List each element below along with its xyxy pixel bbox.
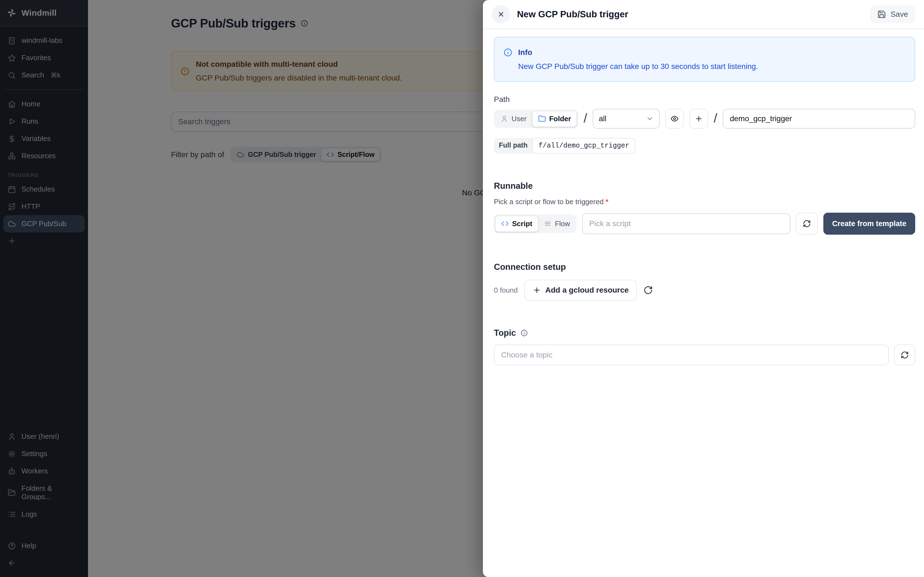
connection-heading-text: Connection setup (494, 262, 566, 272)
drawer-header: New GCP Pub/Sub trigger Save (483, 0, 924, 29)
owner-option-user-label: User (512, 114, 527, 123)
plus-icon (533, 286, 541, 294)
folder-select-value: all (599, 114, 606, 123)
info-icon (503, 48, 513, 57)
kind-option-script[interactable]: Script (495, 216, 538, 232)
topic-info-icon[interactable] (520, 329, 528, 337)
runnable-sublabel: Pick a script or flow to be triggered * (494, 198, 915, 206)
save-label: Save (890, 10, 908, 19)
eye-icon (670, 114, 679, 123)
path-row: User Folder / all (494, 109, 915, 129)
topic-heading: Topic (494, 328, 915, 338)
add-gcloud-resource-button[interactable]: Add a gcloud resource (524, 280, 637, 301)
path-label: Path (494, 95, 915, 104)
topic-row (494, 345, 915, 366)
path-separator: / (714, 111, 717, 126)
runnable-heading: Runnable (494, 181, 915, 191)
runnable-heading-text: Runnable (494, 181, 533, 191)
refresh-icon (901, 351, 909, 359)
pick-script-input[interactable] (582, 213, 790, 234)
kind-option-script-label: Script (512, 219, 532, 228)
add-gcloud-resource-label: Add a gcloud resource (545, 286, 628, 295)
refresh-topics-button[interactable] (894, 345, 915, 366)
owner-option-folder[interactable]: Folder (532, 111, 577, 127)
full-path-label: Full path (494, 138, 532, 153)
full-path-value: f/all/demo_gcp_trigger (532, 138, 635, 153)
app-window: Windmill windmill-labs Favorites Search (0, 0, 924, 577)
full-path-display: Full path f/all/demo_gcp_trigger (494, 138, 635, 153)
choose-topic-input[interactable] (494, 345, 889, 366)
drawer-title: New GCP Pub/Sub trigger (517, 9, 628, 19)
create-from-template-button[interactable]: Create from template (823, 213, 915, 235)
refresh-resources-button[interactable] (643, 285, 653, 295)
kind-option-flow[interactable]: Flow (538, 216, 575, 231)
drawer-body: Info New GCP Pub/Sub trigger can take up… (483, 29, 924, 366)
info-body: New GCP Pub/Sub trigger can take up to 3… (503, 62, 906, 71)
runnable-row: Script Flow Create from template (494, 213, 915, 235)
view-folder-button[interactable] (665, 109, 684, 129)
save-icon (877, 10, 886, 19)
info-banner-head: Info (503, 48, 906, 57)
refresh-icon (643, 285, 653, 295)
resources-found-count: 0 found (494, 286, 518, 295)
refresh-icon (803, 219, 811, 228)
save-button[interactable]: Save (870, 5, 915, 23)
add-folder-button[interactable] (690, 109, 708, 129)
bars-icon (544, 220, 552, 227)
refresh-scripts-button[interactable] (796, 213, 818, 235)
chevron-down-icon (646, 115, 654, 122)
new-trigger-drawer: New GCP Pub/Sub trigger Save Info New GC… (483, 0, 924, 577)
owner-toggle-group: User Folder (494, 110, 578, 128)
connection-heading: Connection setup (494, 262, 915, 272)
connection-row: 0 found Add a gcloud resource (494, 280, 915, 301)
trigger-name-input[interactable] (723, 109, 915, 129)
close-icon (497, 10, 505, 18)
owner-option-folder-label: Folder (549, 114, 571, 123)
topic-heading-text: Topic (494, 328, 516, 338)
required-mark: * (606, 198, 608, 206)
folder-icon (538, 115, 546, 122)
owner-option-user[interactable]: User (495, 111, 532, 126)
kind-toggle-group: Script Flow (494, 214, 577, 233)
runnable-sublabel-text: Pick a script or flow to be triggered (494, 198, 604, 206)
info-title: Info (518, 48, 532, 57)
info-banner: Info New GCP Pub/Sub trigger can take up… (494, 37, 915, 82)
folder-select[interactable]: all (593, 109, 660, 129)
plus-icon (695, 114, 703, 123)
user-icon (501, 115, 508, 122)
path-separator: / (583, 111, 587, 126)
close-drawer-button[interactable] (492, 5, 510, 24)
code-icon (501, 220, 509, 227)
kind-option-flow-label: Flow (555, 219, 570, 228)
